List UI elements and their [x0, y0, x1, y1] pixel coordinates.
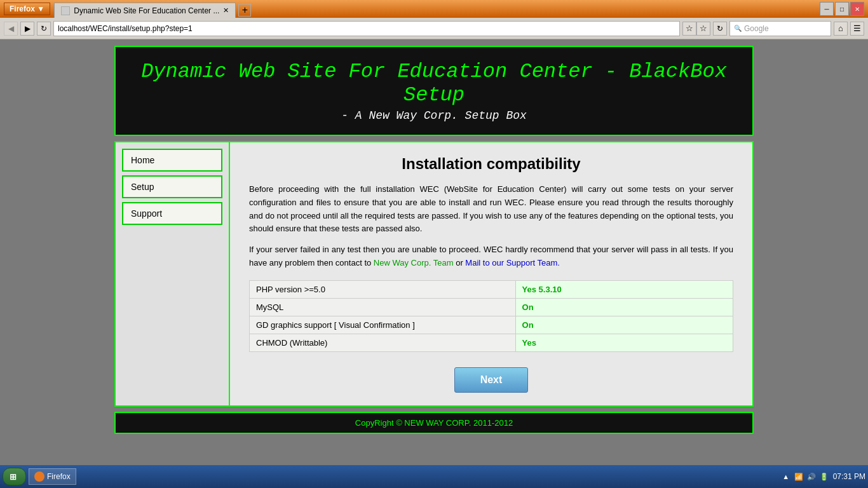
home-icon[interactable]: ⌂ — [834, 22, 848, 36]
table-row: CHMOD (Writtable) Yes — [250, 334, 733, 351]
site-subtitle: - A New Way Corp. Setup Box — [135, 109, 733, 122]
table-cell-value: Yes — [515, 334, 733, 351]
sidebar-item-support-label: Support — [131, 208, 162, 219]
sidebar-item-setup[interactable]: Setup — [122, 175, 222, 198]
sidebar-item-support[interactable]: Support — [122, 202, 222, 225]
bookmark-star-icon[interactable]: ☆ — [682, 22, 696, 36]
table-cell-value: On — [515, 316, 733, 334]
paragraph-2: If your server failed in any test then y… — [249, 243, 733, 270]
compatibility-table: PHP version >=5.0 Yes 5.3.10 MySQL On GD… — [249, 280, 733, 352]
content-area: Installation compatibility Before procee… — [230, 142, 752, 405]
taskbar-firefox-icon — [34, 471, 44, 482]
table-row: MySQL On — [250, 298, 733, 316]
tab-title: Dynamic Web Site For Education Center ..… — [74, 6, 219, 15]
table-row: PHP version >=5.0 Yes 5.3.10 — [250, 280, 733, 298]
site-title: Dynamic Web Site For Education Center - … — [135, 60, 733, 107]
clock-time: 07:31 PM — [833, 472, 865, 481]
new-tab-button[interactable]: + — [238, 4, 251, 17]
tray-volume-icon: 🔊 — [806, 471, 817, 482]
forward-button[interactable]: ▶ — [20, 22, 34, 36]
windows-orb-icon: ⊞ — [10, 472, 17, 482]
main-layout: Home Setup Support Installation compatib… — [114, 141, 754, 407]
sidebar-item-home[interactable]: Home — [122, 149, 222, 172]
tray-power-icon: 🔋 — [819, 471, 829, 482]
next-button[interactable]: Next — [454, 367, 529, 393]
url-text: localhost/WEC/install/setup.php?step=1 — [58, 24, 193, 33]
start-button[interactable]: ⊞ — [3, 468, 26, 485]
firefox-menu-button[interactable]: Firefox ▼ — [4, 3, 50, 15]
tab-close-icon[interactable]: ✕ — [223, 6, 229, 15]
google-icon: 🔍 — [734, 25, 742, 32]
back-button[interactable]: ◀ — [4, 22, 18, 36]
table-cell-label: MySQL — [250, 298, 516, 316]
table-cell-label: CHMOD (Writtable) — [250, 334, 516, 351]
tab-favicon — [61, 6, 70, 15]
window-controls: ─ □ ✕ — [820, 2, 864, 16]
table-cell-label: PHP version >=5.0 — [250, 280, 516, 298]
sidebar: Home Setup Support — [116, 142, 230, 405]
firefox-label: Firefox ▼ — [10, 4, 44, 13]
sidebar-item-home-label: Home — [131, 155, 154, 165]
search-bar[interactable]: 🔍 Google — [729, 21, 831, 36]
table-cell-value: On — [515, 298, 733, 316]
or-text: or — [454, 258, 466, 268]
bookmark-list-icon[interactable]: ☆ — [696, 22, 710, 36]
table-row: GD graphics support [ Visual Confirmatio… — [250, 316, 733, 334]
refresh-button[interactable]: ↻ — [37, 22, 51, 36]
table-cell-label: GD graphics support [ Visual Confirmatio… — [250, 316, 516, 334]
link-newway-team[interactable]: New Way Corp. Team — [374, 258, 454, 268]
bookmark-area: ☆ ☆ — [682, 22, 710, 36]
settings-icon[interactable]: ☰ — [850, 22, 864, 36]
address-bar[interactable]: localhost/WEC/install/setup.php?step=1 — [53, 21, 680, 36]
browser-title-bar: Firefox ▼ Dynamic Web Site For Education… — [0, 0, 868, 18]
page-content: Dynamic Web Site For Education Center - … — [0, 39, 868, 440]
copyright-text: CopyRight © NEW WAY CORP. 2011-2012 — [355, 418, 513, 428]
link-mail-support[interactable]: Mail to our Support Team. — [465, 258, 560, 268]
close-button[interactable]: ✕ — [850, 2, 864, 16]
table-cell-value: Yes 5.3.10 — [515, 280, 733, 298]
taskbar-firefox[interactable]: Firefox — [29, 468, 76, 485]
sidebar-item-setup-label: Setup — [131, 182, 154, 192]
site-header: Dynamic Web Site For Education Center - … — [114, 46, 754, 136]
taskbar-system-area: ▲ 📶 🔊 🔋 07:31 PM — [781, 471, 865, 482]
tray-network-icon: 📶 — [794, 471, 804, 482]
search-placeholder: Google — [744, 24, 769, 33]
page-title: Installation compatibility — [249, 155, 733, 173]
taskbar: ⊞ Firefox ▲ 📶 🔊 🔋 07:31 PM — [0, 465, 868, 488]
active-tab[interactable]: Dynamic Web Site For Education Center ..… — [54, 3, 236, 18]
site-footer: CopyRight © NEW WAY CORP. 2011-2012 — [114, 412, 754, 434]
system-tray: ▲ 📶 🔊 🔋 — [781, 471, 829, 482]
minimize-button[interactable]: ─ — [820, 2, 834, 16]
system-clock: 07:31 PM — [833, 472, 865, 481]
navigation-bar: ◀ ▶ ↻ localhost/WEC/install/setup.php?st… — [0, 18, 868, 39]
paragraph-1: Before proceeding with the full installa… — [249, 183, 733, 236]
next-button-container: Next — [249, 367, 733, 393]
tray-arrow-icon[interactable]: ▲ — [781, 471, 791, 482]
taskbar-firefox-label: Firefox — [47, 472, 71, 481]
refresh-icon[interactable]: ↻ — [713, 22, 727, 36]
maximize-button[interactable]: □ — [835, 2, 849, 16]
